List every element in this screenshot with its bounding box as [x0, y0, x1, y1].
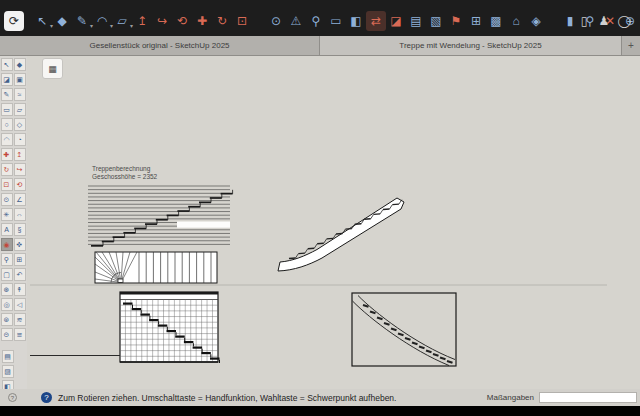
- sandbox-contours-tool[interactable]: ⊜: [1, 313, 13, 326]
- paint-bucket-tool[interactable]: ◆: [52, 11, 72, 31]
- move-tool[interactable]: ✚: [192, 11, 212, 31]
- follow-me-tool[interactable]: ↪: [14, 163, 26, 176]
- text-tool-icon: A: [4, 226, 9, 233]
- flip-tool[interactable]: ⇄: [366, 11, 386, 31]
- line-tool[interactable]: ✎▾: [72, 11, 92, 31]
- scale-tool[interactable]: ⊡: [1, 178, 13, 191]
- new-document[interactable]: ▯: [574, 11, 594, 31]
- annotation-title: Treppenberechnung: [92, 165, 151, 173]
- select-tool[interactable]: ↖▾: [32, 11, 52, 31]
- sketchup-window: ⟳↖▾◆✎▾◠▾▱▾↥↪⟲✚↻⊡⊙⚠⚲▭◧⇄◪▤▧⚑⊞▩⌂◈▮⚲✕⊕≋≃≌ ▯♟…: [0, 0, 640, 416]
- tape-measure-tool[interactable]: ⊙: [266, 11, 286, 31]
- eraser-tool[interactable]: ◪: [1, 73, 13, 86]
- top-toolbar-tools: ⟳↖▾◆✎▾◠▾▱▾↥↪⟲✚↻⊡⊙⚠⚲▭◧⇄◪▤▧⚑⊞▩⌂◈▮⚲✕⊕≋≃≌: [4, 9, 640, 33]
- scenes-tool[interactable]: ▤: [406, 11, 426, 31]
- zoom-window-tool-icon: ⊞: [17, 256, 23, 263]
- materials-tool[interactable]: ▩: [486, 11, 506, 31]
- freehand-tool[interactable]: ≈: [14, 88, 26, 101]
- sign-in[interactable]: ♟: [594, 11, 614, 31]
- polygon-tool[interactable]: ◇: [14, 118, 26, 131]
- follow-me-tool[interactable]: ↪: [152, 11, 172, 31]
- circle-tool[interactable]: ○: [1, 118, 13, 131]
- zoom-extents-tool[interactable]: ▢: [1, 268, 13, 281]
- overlays-panel[interactable]: ▤: [2, 350, 14, 363]
- account-circle[interactable]: ◯: [614, 11, 634, 31]
- make-component-tool[interactable]: ▣: [14, 73, 26, 86]
- look-around-tool-icon: ◎: [3, 301, 9, 308]
- help-icon[interactable]: ?: [41, 392, 52, 403]
- walk-tool[interactable]: ↟: [14, 283, 26, 296]
- previous-view-tool[interactable]: ↶: [14, 268, 26, 281]
- arc-tool-icon: ◠: [97, 15, 107, 27]
- push-pull-tool[interactable]: ↥: [132, 11, 152, 31]
- arc-tool[interactable]: ◠: [1, 133, 13, 146]
- measurements-input[interactable]: [539, 392, 637, 403]
- shape-tool[interactable]: ▱▾: [112, 11, 132, 31]
- status-bar: ? ? Zum Rotieren ziehen. Umschalttaste =…: [0, 389, 640, 406]
- eraser-tool[interactable]: ◪: [386, 11, 406, 31]
- move-tool-icon: ✚: [197, 15, 207, 27]
- pie-tool[interactable]: ◔: [14, 133, 26, 146]
- text-tool[interactable]: A: [1, 223, 13, 236]
- extension-warehouse-tool[interactable]: ⌂: [506, 11, 526, 31]
- 3d-text-tool[interactable]: §: [14, 223, 26, 236]
- materials-tool-icon: ▩: [490, 15, 501, 27]
- select-tool[interactable]: ↖: [1, 58, 13, 71]
- dimension-tool[interactable]: ⇔: [14, 208, 26, 221]
- paint-bucket-tool[interactable]: ◆: [14, 58, 26, 71]
- line-tool-icon: ✎: [77, 15, 87, 27]
- materials-panel-icon: ▨: [4, 368, 11, 375]
- pan-tool[interactable]: ✜: [14, 238, 26, 251]
- offset-tool[interactable]: ⟲: [14, 178, 26, 191]
- styles-tool[interactable]: ▧: [426, 11, 446, 31]
- paint-roller-tool[interactable]: ◧: [346, 11, 366, 31]
- paint-bucket-tool-icon: ◆: [57, 15, 66, 27]
- zoom-tool[interactable]: ⚲: [1, 253, 13, 266]
- model-info-tool[interactable]: ⚠: [286, 11, 306, 31]
- arc-tool[interactable]: ◠▾: [92, 11, 112, 31]
- 3d-warehouse-tool[interactable]: ◈: [526, 11, 546, 31]
- new-tab-button[interactable]: +: [622, 36, 640, 55]
- protractor-tool-icon: ∠: [16, 196, 22, 203]
- push-pull-tool[interactable]: ↥: [14, 148, 26, 161]
- tab-treppe-mit-wendelung[interactable]: Treppe mit Wendelung - SketchUp 2025: [320, 36, 622, 55]
- rectangle-tool[interactable]: ▭: [1, 103, 13, 116]
- stamp-tool[interactable]: ≌: [14, 328, 26, 341]
- rotated-rectangle-tool[interactable]: ▱: [14, 103, 26, 116]
- scenes-tool-icon: ▤: [410, 15, 421, 27]
- protractor-tool[interactable]: ∠: [14, 193, 26, 206]
- styles-tool-icon: ▧: [430, 15, 441, 27]
- smoove-tool[interactable]: ⊝: [1, 328, 13, 341]
- orbit-tool[interactable]: ◉: [1, 238, 13, 251]
- position-camera-tool[interactable]: ⊛: [1, 283, 13, 296]
- context-help-icon[interactable]: ?: [8, 393, 17, 402]
- move-tool[interactable]: ✚: [1, 148, 13, 161]
- materials-panel[interactable]: ▨: [2, 365, 14, 378]
- 3d-warehouse-tool-icon: ◈: [531, 15, 540, 27]
- extension-warehouse-tool-icon: ⌂: [512, 15, 519, 27]
- tape-measure-tool[interactable]: ⊙: [1, 193, 13, 206]
- zoom-tool-icon: ⚲: [4, 256, 9, 263]
- sandbox-scratch-tool[interactable]: ≋: [14, 313, 26, 326]
- zoom-window-tool[interactable]: ⊞: [14, 253, 26, 266]
- offset-tool[interactable]: ⟲: [172, 11, 192, 31]
- model-canvas[interactable]: ▦ TreppenberechnungGeschosshöhe = 2352: [27, 56, 640, 389]
- label-tool[interactable]: ▭: [326, 11, 346, 31]
- scale-tool[interactable]: ⊡: [232, 11, 252, 31]
- select-tool-icon: ↖: [4, 61, 10, 68]
- rotate-tool[interactable]: ↻: [212, 11, 232, 31]
- line-tool-icon: ✎: [4, 91, 10, 98]
- look-around-tool[interactable]: ◎: [1, 298, 13, 311]
- model-info-tool-icon: ⚠: [291, 15, 302, 27]
- components-tool[interactable]: ⊞: [466, 11, 486, 31]
- zoom-tool[interactable]: ⚲: [306, 11, 326, 31]
- position-pin-tool[interactable]: ⚑: [446, 11, 466, 31]
- line-tool[interactable]: ✎: [1, 88, 13, 101]
- overlay-panel-button[interactable]: ▦: [42, 58, 63, 79]
- tab-gesellenstueck[interactable]: Gesellenstück original - SketchUp 2025: [0, 36, 320, 55]
- rotate-active-tool[interactable]: ⟳: [4, 11, 24, 31]
- section-plane-tool[interactable]: ◁: [14, 298, 26, 311]
- rotate-tool[interactable]: ↻: [1, 163, 13, 176]
- rotate-tool-icon: ↻: [217, 15, 227, 27]
- axes-tool[interactable]: ✳: [1, 208, 13, 221]
